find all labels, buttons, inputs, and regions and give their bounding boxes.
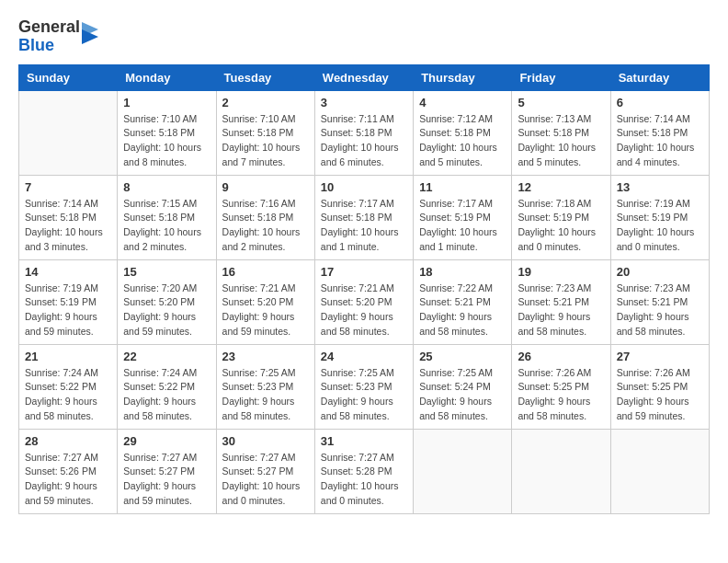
day-number: 29 [123,434,210,448]
calendar-cell: 21Sunrise: 7:24 AM Sunset: 5:22 PM Dayli… [19,344,118,429]
day-info: Sunrise: 7:21 AM Sunset: 5:20 PM Dayligh… [321,282,407,339]
day-number: 11 [419,180,506,194]
day-info: Sunrise: 7:24 AM Sunset: 5:22 PM Dayligh… [123,366,210,424]
day-number: 8 [123,180,210,194]
day-info: Sunrise: 7:27 AM Sunset: 5:26 PM Dayligh… [25,451,111,509]
header-wednesday: Wednesday [314,64,413,90]
day-number: 18 [419,265,506,279]
calendar-cell: 5Sunrise: 7:13 AM Sunset: 5:18 PM Daylig… [512,90,610,175]
day-number: 22 [123,350,210,363]
day-info: Sunrise: 7:17 AM Sunset: 5:19 PM Dayligh… [419,197,506,255]
day-number: 10 [321,180,407,194]
logo-general-text: General [18,18,80,37]
calendar-cell: 27Sunrise: 7:26 AM Sunset: 5:25 PM Dayli… [610,344,709,429]
calendar-cell: 20Sunrise: 7:23 AM Sunset: 5:21 PM Dayli… [610,259,709,344]
day-number: 27 [617,350,703,363]
day-number: 20 [617,265,703,279]
header-sunday: Sunday [19,64,118,90]
day-number: 12 [518,180,604,194]
day-number: 4 [419,96,506,109]
calendar-cell: 18Sunrise: 7:22 AM Sunset: 5:21 PM Dayli… [414,259,512,344]
day-number: 14 [25,265,111,279]
day-info: Sunrise: 7:10 AM Sunset: 5:18 PM Dayligh… [123,112,210,170]
calendar-cell: 30Sunrise: 7:27 AM Sunset: 5:27 PM Dayli… [216,429,314,513]
day-number: 9 [222,180,309,194]
calendar-cell: 25Sunrise: 7:25 AM Sunset: 5:24 PM Dayli… [414,344,512,429]
header-thursday: Thursday [414,64,512,90]
day-info: Sunrise: 7:20 AM Sunset: 5:20 PM Dayligh… [123,282,210,339]
calendar-cell: 2Sunrise: 7:10 AM Sunset: 5:18 PM Daylig… [216,90,314,175]
day-number: 1 [123,96,210,109]
day-number: 24 [321,350,407,363]
header-tuesday: Tuesday [216,64,314,90]
day-info: Sunrise: 7:16 AM Sunset: 5:18 PM Dayligh… [222,197,309,255]
calendar-cell: 16Sunrise: 7:21 AM Sunset: 5:20 PM Dayli… [216,259,314,344]
calendar-cell: 15Sunrise: 7:20 AM Sunset: 5:20 PM Dayli… [118,259,216,344]
day-info: Sunrise: 7:12 AM Sunset: 5:18 PM Dayligh… [419,112,506,170]
logo-arrow-icon [82,20,100,53]
day-info: Sunrise: 7:23 AM Sunset: 5:21 PM Dayligh… [617,282,703,339]
day-number: 5 [518,96,604,109]
calendar-cell [610,429,709,513]
calendar-cell: 6Sunrise: 7:14 AM Sunset: 5:18 PM Daylig… [610,90,709,175]
day-info: Sunrise: 7:27 AM Sunset: 5:28 PM Dayligh… [321,451,407,509]
calendar-cell: 26Sunrise: 7:26 AM Sunset: 5:25 PM Dayli… [512,344,610,429]
calendar-cell: 29Sunrise: 7:27 AM Sunset: 5:27 PM Dayli… [118,429,216,513]
day-info: Sunrise: 7:10 AM Sunset: 5:18 PM Dayligh… [222,112,309,170]
day-number: 6 [617,96,703,109]
calendar-header-row: SundayMondayTuesdayWednesdayThursdayFrid… [19,64,710,90]
day-number: 19 [518,265,604,279]
day-info: Sunrise: 7:26 AM Sunset: 5:25 PM Dayligh… [518,366,604,424]
calendar-cell: 23Sunrise: 7:25 AM Sunset: 5:23 PM Dayli… [216,344,314,429]
day-number: 23 [222,350,309,363]
day-number: 17 [321,265,407,279]
day-info: Sunrise: 7:11 AM Sunset: 5:18 PM Dayligh… [321,112,407,170]
calendar-cell: 17Sunrise: 7:21 AM Sunset: 5:20 PM Dayli… [314,259,413,344]
day-info: Sunrise: 7:23 AM Sunset: 5:21 PM Dayligh… [518,282,604,339]
day-info: Sunrise: 7:27 AM Sunset: 5:27 PM Dayligh… [222,451,309,509]
calendar-table: SundayMondayTuesdayWednesdayThursdayFrid… [18,64,710,514]
calendar-cell: 12Sunrise: 7:18 AM Sunset: 5:19 PM Dayli… [512,175,610,259]
logo: GeneralBlue [18,18,100,55]
day-number: 30 [222,434,309,448]
day-info: Sunrise: 7:18 AM Sunset: 5:19 PM Dayligh… [518,197,604,255]
day-number: 7 [25,180,111,194]
day-number: 16 [222,265,309,279]
calendar-cell: 7Sunrise: 7:14 AM Sunset: 5:18 PM Daylig… [19,175,118,259]
day-number: 2 [222,96,309,109]
calendar-week-5: 28Sunrise: 7:27 AM Sunset: 5:26 PM Dayli… [19,429,710,513]
header-friday: Friday [512,64,610,90]
calendar-cell: 9Sunrise: 7:16 AM Sunset: 5:18 PM Daylig… [216,175,314,259]
day-number: 3 [321,96,407,109]
calendar-cell: 19Sunrise: 7:23 AM Sunset: 5:21 PM Dayli… [512,259,610,344]
calendar-cell: 13Sunrise: 7:19 AM Sunset: 5:19 PM Dayli… [610,175,709,259]
day-info: Sunrise: 7:27 AM Sunset: 5:27 PM Dayligh… [123,451,210,509]
calendar-cell: 22Sunrise: 7:24 AM Sunset: 5:22 PM Dayli… [118,344,216,429]
day-number: 21 [25,350,111,363]
calendar-week-4: 21Sunrise: 7:24 AM Sunset: 5:22 PM Dayli… [19,344,710,429]
calendar-cell: 8Sunrise: 7:15 AM Sunset: 5:18 PM Daylig… [118,175,216,259]
page-header: GeneralBlue [18,18,710,55]
day-number: 28 [25,434,111,448]
day-info: Sunrise: 7:17 AM Sunset: 5:18 PM Dayligh… [321,197,407,255]
calendar-cell: 1Sunrise: 7:10 AM Sunset: 5:18 PM Daylig… [118,90,216,175]
day-info: Sunrise: 7:14 AM Sunset: 5:18 PM Dayligh… [617,112,703,170]
calendar-week-2: 7Sunrise: 7:14 AM Sunset: 5:18 PM Daylig… [19,175,710,259]
logo: GeneralBlue [18,18,100,55]
day-info: Sunrise: 7:21 AM Sunset: 5:20 PM Dayligh… [222,282,309,339]
calendar-cell [512,429,610,513]
day-info: Sunrise: 7:22 AM Sunset: 5:21 PM Dayligh… [419,282,506,339]
calendar-week-1: 1Sunrise: 7:10 AM Sunset: 5:18 PM Daylig… [19,90,710,175]
logo-blue-text: Blue [18,37,80,55]
day-info: Sunrise: 7:26 AM Sunset: 5:25 PM Dayligh… [617,366,703,424]
header-saturday: Saturday [610,64,709,90]
day-info: Sunrise: 7:15 AM Sunset: 5:18 PM Dayligh… [123,197,210,255]
day-info: Sunrise: 7:14 AM Sunset: 5:18 PM Dayligh… [25,197,111,255]
day-info: Sunrise: 7:19 AM Sunset: 5:19 PM Dayligh… [617,197,703,255]
day-info: Sunrise: 7:25 AM Sunset: 5:24 PM Dayligh… [419,366,506,424]
day-info: Sunrise: 7:19 AM Sunset: 5:19 PM Dayligh… [25,282,111,339]
calendar-cell: 11Sunrise: 7:17 AM Sunset: 5:19 PM Dayli… [414,175,512,259]
day-info: Sunrise: 7:25 AM Sunset: 5:23 PM Dayligh… [222,366,309,424]
calendar-cell: 3Sunrise: 7:11 AM Sunset: 5:18 PM Daylig… [314,90,413,175]
day-info: Sunrise: 7:13 AM Sunset: 5:18 PM Dayligh… [518,112,604,170]
